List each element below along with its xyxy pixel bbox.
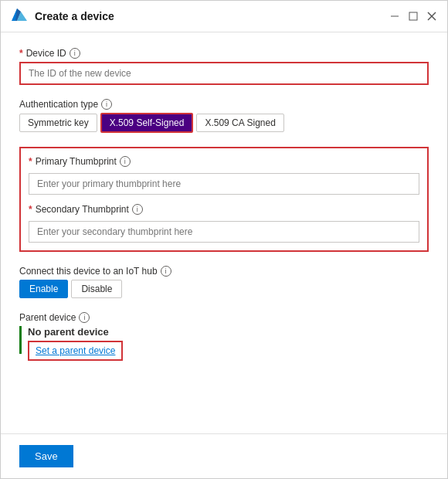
- device-id-input[interactable]: [19, 62, 429, 85]
- primary-thumbprint-label: * Primary Thumbprint i: [29, 156, 419, 167]
- auth-symmetric-key-button[interactable]: Symmetric key: [19, 114, 97, 132]
- parent-section: No parent device Set a parent device: [19, 326, 429, 361]
- auth-x509-ca-signed-button[interactable]: X.509 CA Signed: [196, 114, 283, 132]
- auth-x509-self-signed-button[interactable]: X.509 Self-Signed: [100, 113, 194, 133]
- svg-rect-3: [391, 16, 399, 17]
- auth-type-buttons: Symmetric key X.509 Self-Signed X.509 CA…: [19, 113, 429, 133]
- title-bar: Create a device: [1, 1, 447, 32]
- set-parent-device-link[interactable]: Set a parent device: [28, 341, 123, 361]
- parent-device-info-icon[interactable]: i: [79, 312, 90, 323]
- connect-hub-toggle: Enable Disable: [19, 280, 429, 298]
- parent-device-group: Parent device i No parent device Set a p…: [19, 312, 429, 361]
- thumbprint-section: * Primary Thumbprint i * Secondary Thumb…: [19, 147, 429, 252]
- primary-thumbprint-info-icon[interactable]: i: [120, 156, 131, 167]
- device-id-label: * Device ID i: [19, 48, 429, 59]
- create-device-window: Create a device * Device ID i: [0, 0, 448, 479]
- auth-type-group: Authentication type i Symmetric key X.50…: [19, 99, 429, 133]
- connect-hub-label: Connect this device to an IoT hub i: [19, 266, 429, 277]
- app-logo: [10, 7, 29, 25]
- device-id-info-icon[interactable]: i: [70, 48, 80, 59]
- auth-type-label: Authentication type i: [19, 99, 429, 110]
- form-footer: Save: [1, 433, 447, 478]
- secondary-thumbprint-group: * Secondary Thumbprint i: [29, 204, 419, 243]
- primary-thumbprint-group: * Primary Thumbprint i: [29, 156, 419, 195]
- form-content: * Device ID i Authentication type i Symm…: [1, 32, 447, 433]
- primary-thumbprint-input[interactable]: [29, 173, 419, 195]
- required-star-primary: *: [29, 156, 32, 167]
- parent-bar-indicator: [19, 326, 22, 354]
- disable-button[interactable]: Disable: [71, 280, 122, 298]
- window-controls: [389, 10, 438, 22]
- connect-hub-info-icon[interactable]: i: [161, 266, 171, 277]
- required-star-secondary: *: [29, 204, 32, 215]
- secondary-thumbprint-info-icon[interactable]: i: [132, 204, 143, 215]
- secondary-thumbprint-input[interactable]: [29, 221, 419, 243]
- close-button[interactable]: [426, 10, 438, 22]
- secondary-thumbprint-label: * Secondary Thumbprint i: [29, 204, 419, 215]
- parent-device-content: No parent device Set a parent device: [28, 326, 123, 361]
- maximize-button[interactable]: [407, 10, 419, 22]
- save-button[interactable]: Save: [19, 445, 73, 467]
- svg-rect-4: [409, 12, 417, 20]
- enable-button[interactable]: Enable: [19, 280, 68, 298]
- no-parent-label: No parent device: [28, 326, 123, 338]
- window-title: Create a device: [35, 10, 389, 22]
- device-id-group: * Device ID i: [19, 48, 429, 85]
- connect-hub-group: Connect this device to an IoT hub i Enab…: [19, 266, 429, 298]
- auth-type-info-icon[interactable]: i: [101, 99, 112, 110]
- parent-device-label: Parent device i: [19, 312, 429, 323]
- minimize-button[interactable]: [389, 10, 401, 22]
- required-star: *: [19, 48, 23, 59]
